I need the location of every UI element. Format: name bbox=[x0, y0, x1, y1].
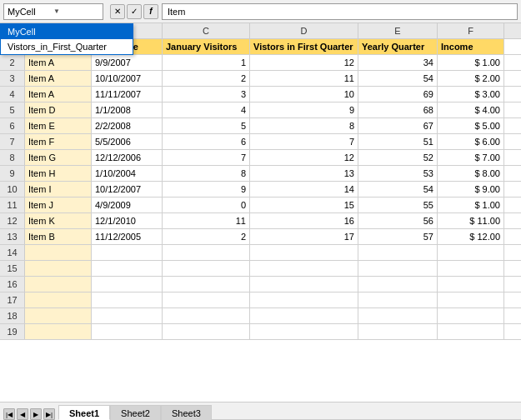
cell-f18[interactable] bbox=[438, 308, 504, 323]
cell-d6[interactable]: 8 bbox=[250, 118, 358, 133]
cell-a5[interactable]: Item D bbox=[25, 102, 92, 118]
cell-e11[interactable]: 55 bbox=[358, 198, 438, 212]
cell-e7[interactable]: 51 bbox=[358, 134, 438, 149]
cell-b18[interactable] bbox=[92, 308, 163, 323]
confirm-formula-btn[interactable]: ✓ bbox=[127, 4, 142, 19]
col-header-c[interactable]: C bbox=[163, 23, 250, 38]
cell-f7[interactable]: $ 6.00 bbox=[438, 134, 504, 149]
cell-a13[interactable]: Item B bbox=[25, 229, 92, 244]
cell-a15[interactable] bbox=[25, 261, 92, 276]
cell-c2[interactable]: 1 bbox=[163, 55, 250, 70]
cell-f9[interactable]: $ 8.00 bbox=[438, 166, 504, 181]
insert-function-btn[interactable]: f bbox=[143, 4, 158, 19]
cell-c12[interactable]: 11 bbox=[163, 213, 250, 228]
cell-c13[interactable]: 2 bbox=[163, 229, 250, 244]
cell-a14[interactable] bbox=[25, 245, 92, 260]
cell-e10[interactable]: 54 bbox=[358, 182, 438, 197]
dropdown-item-mycell[interactable]: MyCell bbox=[1, 24, 133, 39]
cell-e14[interactable] bbox=[358, 245, 438, 260]
cell-a17[interactable] bbox=[25, 292, 92, 308]
cell-d12[interactable]: 16 bbox=[250, 213, 358, 228]
cell-c17[interactable] bbox=[163, 292, 250, 308]
tab-prev-btn[interactable]: ◀ bbox=[17, 408, 28, 420]
cell-a18[interactable] bbox=[25, 308, 92, 323]
cell-e9[interactable]: 53 bbox=[358, 166, 438, 181]
cell-e8[interactable]: 52 bbox=[358, 150, 438, 165]
cell-a10[interactable]: Item I bbox=[25, 182, 92, 197]
tab-last-btn[interactable]: ▶| bbox=[43, 408, 55, 420]
cell-d7[interactable]: 7 bbox=[250, 134, 358, 149]
cell-e18[interactable] bbox=[358, 308, 438, 323]
cell-d11[interactable]: 15 bbox=[250, 198, 358, 212]
tab-next-btn[interactable]: ▶ bbox=[30, 408, 42, 420]
cell-b5[interactable]: 1/1/2008 bbox=[92, 102, 163, 118]
cell-c15[interactable] bbox=[163, 261, 250, 276]
cell-b13[interactable]: 11/12/2005 bbox=[92, 229, 163, 244]
name-box[interactable]: MyCell ▼ bbox=[3, 3, 103, 20]
cell-c19[interactable] bbox=[163, 324, 250, 339]
col-header-f[interactable]: F bbox=[438, 23, 504, 38]
sheet-tab-1[interactable]: Sheet1 bbox=[58, 405, 110, 420]
cell-f2[interactable]: $ 1.00 bbox=[438, 55, 504, 70]
cell-a12[interactable]: Item K bbox=[25, 213, 92, 228]
cell-b17[interactable] bbox=[92, 292, 163, 308]
cell-f1[interactable]: Income bbox=[438, 39, 504, 54]
cell-b8[interactable]: 12/12/2006 bbox=[92, 150, 163, 165]
cell-b10[interactable]: 10/12/2007 bbox=[92, 182, 163, 197]
cell-e6[interactable]: 67 bbox=[358, 118, 438, 133]
cell-c18[interactable] bbox=[163, 308, 250, 323]
cell-f6[interactable]: $ 5.00 bbox=[438, 118, 504, 133]
cell-f15[interactable] bbox=[438, 261, 504, 276]
cell-e1[interactable]: Yearly Quarter bbox=[358, 39, 438, 54]
cell-a3[interactable]: Item A bbox=[25, 71, 92, 86]
cell-c6[interactable]: 5 bbox=[163, 118, 250, 133]
cell-e2[interactable]: 34 bbox=[358, 55, 438, 70]
cell-f5[interactable]: $ 4.00 bbox=[438, 102, 504, 118]
cell-b4[interactable]: 11/11/2007 bbox=[92, 87, 163, 102]
cell-e19[interactable] bbox=[358, 324, 438, 339]
cell-e5[interactable]: 68 bbox=[358, 102, 438, 118]
cell-b16[interactable] bbox=[92, 277, 163, 292]
cell-b9[interactable]: 1/10/2004 bbox=[92, 166, 163, 181]
cell-b14[interactable] bbox=[92, 245, 163, 260]
cell-d17[interactable] bbox=[250, 292, 358, 308]
cell-c8[interactable]: 7 bbox=[163, 150, 250, 165]
cell-b3[interactable]: 10/10/2007 bbox=[92, 71, 163, 86]
cell-d18[interactable] bbox=[250, 308, 358, 323]
cell-b2[interactable]: 9/9/2007 bbox=[92, 55, 163, 70]
cell-d10[interactable]: 14 bbox=[250, 182, 358, 197]
cell-c3[interactable]: 2 bbox=[163, 71, 250, 86]
cell-d1[interactable]: Vistors in First Quarter bbox=[250, 39, 358, 54]
cell-a8[interactable]: Item G bbox=[25, 150, 92, 165]
cell-d8[interactable]: 12 bbox=[250, 150, 358, 165]
cell-b12[interactable]: 12/1/2010 bbox=[92, 213, 163, 228]
cell-e16[interactable] bbox=[358, 277, 438, 292]
cell-a19[interactable] bbox=[25, 324, 92, 339]
cell-f4[interactable]: $ 3.00 bbox=[438, 87, 504, 102]
cell-a7[interactable]: Item F bbox=[25, 134, 92, 149]
cell-a4[interactable]: Item A bbox=[25, 87, 92, 102]
cell-f17[interactable] bbox=[438, 292, 504, 308]
sheet-tab-2[interactable]: Sheet2 bbox=[110, 405, 161, 420]
cell-c9[interactable]: 8 bbox=[163, 166, 250, 181]
cell-c4[interactable]: 3 bbox=[163, 87, 250, 102]
cell-d9[interactable]: 13 bbox=[250, 166, 358, 181]
cell-d5[interactable]: 9 bbox=[250, 102, 358, 118]
cell-d13[interactable]: 17 bbox=[250, 229, 358, 244]
name-box-dropdown[interactable]: MyCell Vistors_in_First_Quarter bbox=[0, 23, 133, 55]
cell-b6[interactable]: 2/2/2008 bbox=[92, 118, 163, 133]
cell-d19[interactable] bbox=[250, 324, 358, 339]
cell-f3[interactable]: $ 2.00 bbox=[438, 71, 504, 86]
cell-f13[interactable]: $ 12.00 bbox=[438, 229, 504, 244]
cell-c16[interactable] bbox=[163, 277, 250, 292]
cell-c5[interactable]: 4 bbox=[163, 102, 250, 118]
cell-e13[interactable]: 57 bbox=[358, 229, 438, 244]
cell-d14[interactable] bbox=[250, 245, 358, 260]
cell-f8[interactable]: $ 7.00 bbox=[438, 150, 504, 165]
cell-a9[interactable]: Item H bbox=[25, 166, 92, 181]
cell-b19[interactable] bbox=[92, 324, 163, 339]
cell-d16[interactable] bbox=[250, 277, 358, 292]
cell-f14[interactable] bbox=[438, 245, 504, 260]
cell-c14[interactable] bbox=[163, 245, 250, 260]
sheet-tab-3[interactable]: Sheet3 bbox=[161, 405, 212, 420]
